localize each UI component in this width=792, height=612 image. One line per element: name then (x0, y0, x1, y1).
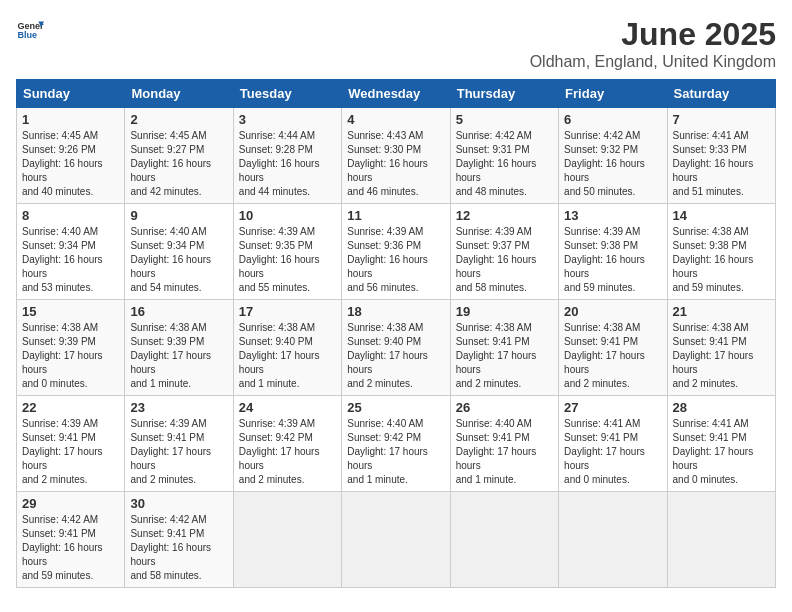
cell-info: Sunrise: 4:38 AMSunset: 9:39 PMDaylight:… (130, 322, 211, 389)
main-title: June 2025 (530, 16, 776, 53)
week-row-2: 8Sunrise: 4:40 AMSunset: 9:34 PMDaylight… (17, 204, 776, 300)
calendar-cell: 28Sunrise: 4:41 AMSunset: 9:41 PMDayligh… (667, 396, 775, 492)
cell-info: Sunrise: 4:45 AMSunset: 9:27 PMDaylight:… (130, 130, 211, 197)
calendar-cell (450, 492, 558, 588)
calendar-cell: 1Sunrise: 4:45 AMSunset: 9:26 PMDaylight… (17, 108, 125, 204)
day-number: 20 (564, 304, 661, 319)
cell-info: Sunrise: 4:41 AMSunset: 9:33 PMDaylight:… (673, 130, 754, 197)
calendar-table: SundayMondayTuesdayWednesdayThursdayFrid… (16, 79, 776, 588)
calendar-cell: 3Sunrise: 4:44 AMSunset: 9:28 PMDaylight… (233, 108, 341, 204)
calendar-cell: 7Sunrise: 4:41 AMSunset: 9:33 PMDaylight… (667, 108, 775, 204)
cell-info: Sunrise: 4:44 AMSunset: 9:28 PMDaylight:… (239, 130, 320, 197)
header-cell-monday: Monday (125, 80, 233, 108)
day-number: 4 (347, 112, 444, 127)
calendar-cell: 5Sunrise: 4:42 AMSunset: 9:31 PMDaylight… (450, 108, 558, 204)
day-number: 10 (239, 208, 336, 223)
cell-info: Sunrise: 4:40 AMSunset: 9:41 PMDaylight:… (456, 418, 537, 485)
calendar-cell (559, 492, 667, 588)
title-area: June 2025 Oldham, England, United Kingdo… (530, 16, 776, 71)
calendar-cell (342, 492, 450, 588)
logo-icon: General Blue (16, 16, 44, 44)
calendar-cell: 14Sunrise: 4:38 AMSunset: 9:38 PMDayligh… (667, 204, 775, 300)
calendar-cell: 11Sunrise: 4:39 AMSunset: 9:36 PMDayligh… (342, 204, 450, 300)
calendar-header: SundayMondayTuesdayWednesdayThursdayFrid… (17, 80, 776, 108)
cell-info: Sunrise: 4:41 AMSunset: 9:41 PMDaylight:… (673, 418, 754, 485)
day-number: 18 (347, 304, 444, 319)
day-number: 6 (564, 112, 661, 127)
calendar-cell: 8Sunrise: 4:40 AMSunset: 9:34 PMDaylight… (17, 204, 125, 300)
calendar-cell: 18Sunrise: 4:38 AMSunset: 9:40 PMDayligh… (342, 300, 450, 396)
calendar-cell: 15Sunrise: 4:38 AMSunset: 9:39 PMDayligh… (17, 300, 125, 396)
day-number: 16 (130, 304, 227, 319)
calendar-cell (667, 492, 775, 588)
calendar-cell: 6Sunrise: 4:42 AMSunset: 9:32 PMDaylight… (559, 108, 667, 204)
header: General Blue June 2025 Oldham, England, … (16, 16, 776, 71)
svg-text:Blue: Blue (17, 30, 37, 40)
calendar-cell: 24Sunrise: 4:39 AMSunset: 9:42 PMDayligh… (233, 396, 341, 492)
day-number: 23 (130, 400, 227, 415)
cell-info: Sunrise: 4:39 AMSunset: 9:36 PMDaylight:… (347, 226, 428, 293)
cell-info: Sunrise: 4:39 AMSunset: 9:38 PMDaylight:… (564, 226, 645, 293)
week-row-1: 1Sunrise: 4:45 AMSunset: 9:26 PMDaylight… (17, 108, 776, 204)
cell-info: Sunrise: 4:43 AMSunset: 9:30 PMDaylight:… (347, 130, 428, 197)
calendar-cell: 27Sunrise: 4:41 AMSunset: 9:41 PMDayligh… (559, 396, 667, 492)
cell-info: Sunrise: 4:41 AMSunset: 9:41 PMDaylight:… (564, 418, 645, 485)
day-number: 14 (673, 208, 770, 223)
week-row-5: 29Sunrise: 4:42 AMSunset: 9:41 PMDayligh… (17, 492, 776, 588)
cell-info: Sunrise: 4:42 AMSunset: 9:41 PMDaylight:… (130, 514, 211, 581)
header-cell-thursday: Thursday (450, 80, 558, 108)
cell-info: Sunrise: 4:38 AMSunset: 9:39 PMDaylight:… (22, 322, 103, 389)
day-number: 1 (22, 112, 119, 127)
day-number: 13 (564, 208, 661, 223)
day-number: 2 (130, 112, 227, 127)
day-number: 17 (239, 304, 336, 319)
calendar-cell: 30Sunrise: 4:42 AMSunset: 9:41 PMDayligh… (125, 492, 233, 588)
day-number: 29 (22, 496, 119, 511)
header-row: SundayMondayTuesdayWednesdayThursdayFrid… (17, 80, 776, 108)
cell-info: Sunrise: 4:38 AMSunset: 9:41 PMDaylight:… (564, 322, 645, 389)
calendar-cell: 29Sunrise: 4:42 AMSunset: 9:41 PMDayligh… (17, 492, 125, 588)
cell-info: Sunrise: 4:45 AMSunset: 9:26 PMDaylight:… (22, 130, 103, 197)
logo: General Blue (16, 16, 44, 44)
day-number: 25 (347, 400, 444, 415)
cell-info: Sunrise: 4:42 AMSunset: 9:31 PMDaylight:… (456, 130, 537, 197)
day-number: 7 (673, 112, 770, 127)
calendar-cell: 16Sunrise: 4:38 AMSunset: 9:39 PMDayligh… (125, 300, 233, 396)
cell-info: Sunrise: 4:39 AMSunset: 9:41 PMDaylight:… (22, 418, 103, 485)
day-number: 27 (564, 400, 661, 415)
day-number: 15 (22, 304, 119, 319)
cell-info: Sunrise: 4:39 AMSunset: 9:42 PMDaylight:… (239, 418, 320, 485)
cell-info: Sunrise: 4:39 AMSunset: 9:41 PMDaylight:… (130, 418, 211, 485)
week-row-3: 15Sunrise: 4:38 AMSunset: 9:39 PMDayligh… (17, 300, 776, 396)
header-cell-wednesday: Wednesday (342, 80, 450, 108)
cell-info: Sunrise: 4:38 AMSunset: 9:41 PMDaylight:… (673, 322, 754, 389)
cell-info: Sunrise: 4:40 AMSunset: 9:34 PMDaylight:… (22, 226, 103, 293)
day-number: 24 (239, 400, 336, 415)
subtitle: Oldham, England, United Kingdom (530, 53, 776, 71)
day-number: 8 (22, 208, 119, 223)
header-cell-sunday: Sunday (17, 80, 125, 108)
cell-info: Sunrise: 4:38 AMSunset: 9:40 PMDaylight:… (347, 322, 428, 389)
calendar-cell: 4Sunrise: 4:43 AMSunset: 9:30 PMDaylight… (342, 108, 450, 204)
header-cell-friday: Friday (559, 80, 667, 108)
cell-info: Sunrise: 4:40 AMSunset: 9:42 PMDaylight:… (347, 418, 428, 485)
day-number: 11 (347, 208, 444, 223)
day-number: 12 (456, 208, 553, 223)
cell-info: Sunrise: 4:40 AMSunset: 9:34 PMDaylight:… (130, 226, 211, 293)
calendar-cell: 26Sunrise: 4:40 AMSunset: 9:41 PMDayligh… (450, 396, 558, 492)
cell-info: Sunrise: 4:38 AMSunset: 9:41 PMDaylight:… (456, 322, 537, 389)
calendar-cell: 25Sunrise: 4:40 AMSunset: 9:42 PMDayligh… (342, 396, 450, 492)
day-number: 3 (239, 112, 336, 127)
day-number: 28 (673, 400, 770, 415)
day-number: 26 (456, 400, 553, 415)
cell-info: Sunrise: 4:39 AMSunset: 9:37 PMDaylight:… (456, 226, 537, 293)
day-number: 19 (456, 304, 553, 319)
cell-info: Sunrise: 4:39 AMSunset: 9:35 PMDaylight:… (239, 226, 320, 293)
calendar-cell: 12Sunrise: 4:39 AMSunset: 9:37 PMDayligh… (450, 204, 558, 300)
calendar-cell: 22Sunrise: 4:39 AMSunset: 9:41 PMDayligh… (17, 396, 125, 492)
calendar-cell: 13Sunrise: 4:39 AMSunset: 9:38 PMDayligh… (559, 204, 667, 300)
cell-info: Sunrise: 4:42 AMSunset: 9:41 PMDaylight:… (22, 514, 103, 581)
calendar-cell: 19Sunrise: 4:38 AMSunset: 9:41 PMDayligh… (450, 300, 558, 396)
header-cell-saturday: Saturday (667, 80, 775, 108)
day-number: 9 (130, 208, 227, 223)
